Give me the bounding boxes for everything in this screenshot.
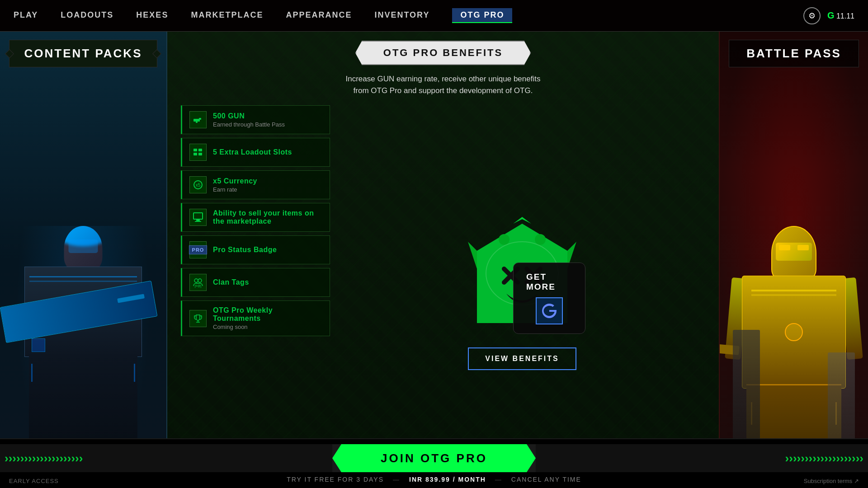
benefit-text-tournaments: OTG Pro Weekly Tournaments Coming soon [213,306,322,330]
torso-badge [32,338,45,352]
svg-rect-10 [196,219,200,221]
benefit-item-loadout[interactable]: 5 Extra Loadout Slots [181,138,330,167]
chevron-9: › [36,451,40,465]
svg-marker-18 [468,242,477,269]
join-otg-pro-button[interactable]: JOIN OTG PRO [332,444,536,472]
benefit-icon-marketplace [189,209,207,226]
svg-rect-9 [193,213,203,219]
chevron-19: › [75,451,79,465]
chevron-1: › [5,451,9,465]
svg-rect-1 [199,118,201,120]
view-benefits-button[interactable]: VIEW BENEFITS [468,347,576,370]
benefit-icon-pro-badge: PRO [189,241,207,258]
svg-rect-11 [195,221,201,222]
chevron-11: › [44,451,48,465]
chevron-r-8: › [812,451,816,465]
chevron-r-6: › [805,451,809,465]
get-more-g-icon [536,297,563,324]
svg-text:[#@]: [#@] [195,284,202,288]
nav-play[interactable]: PLAY [14,8,38,23]
chevron-r-10: › [821,451,825,465]
get-more-label: GET MORE [526,272,572,292]
nav-appearance[interactable]: APPEARANCE [286,8,352,23]
svg-rect-4 [193,153,197,155]
battle-pass-title: BATTLE PASS [746,47,841,60]
chevron-2: › [9,451,13,465]
chevron-15: › [59,451,63,465]
benefits-body: 500 GUN Earned through Battle Pass 5 Ext… [181,105,705,479]
bottom-info: TRY IT FREE FOR 3 DAYS — INR 839.99 / MO… [287,476,581,483]
torso-accent-2 [29,281,137,282]
chevrons-left: › › › › › › › › › › › › › › › › › › › › [0,444,332,472]
chevron-20: › [79,451,83,465]
chevron-r-12: › [828,451,832,465]
benefit-title-tournaments: OTG Pro Weekly Tournaments [213,306,322,323]
benefit-text-clan: Clan Tags [213,278,249,286]
chevron-r-3: › [793,451,797,465]
bp-chest-stripe-2 [751,294,836,296]
benefit-text-loadout: 5 Extra Loadout Slots [213,148,292,156]
chevron-5: › [20,451,24,465]
benefit-subtitle-tournaments: Coming soon [213,324,322,330]
top-navigation: PLAY LOADOUTS HEXES MARKETPLACE APPEARAN… [0,0,868,32]
chevron-r-7: › [809,451,813,465]
currency-amount: 11.11 [836,12,854,20]
benefit-icon-loadout [189,144,207,161]
early-access-label: EARLY ACCESS [9,478,59,484]
chevron-18: › [71,451,75,465]
svg-rect-0 [193,119,200,122]
chevrons-right: › › › › › › › › › › › › › › › › › › › › [536,444,868,472]
chevron-14: › [56,451,60,465]
benefit-item-clan[interactable]: [#@] Clan Tags [181,268,330,297]
nav-right: ⚙ G 11.11 [803,7,854,24]
chevron-r-4: › [797,451,801,465]
mascot-area: GET MORE VIEW BENEFITS [339,105,705,479]
benefit-item-marketplace[interactable]: Ability to sell your items on the market… [181,203,330,232]
nav-hexes[interactable]: HEXES [136,8,168,23]
chevron-r-1: › [785,451,789,465]
benefits-title-text: OTG PRO BENEFITS [383,47,503,58]
benefit-item-pro-badge[interactable]: PRO Pro Status Badge [181,235,330,264]
benefit-item-gun[interactable]: 500 GUN Earned through Battle Pass [181,105,330,134]
chevron-7: › [28,451,32,465]
chevron-16: › [63,451,67,465]
get-more-badge[interactable]: GET MORE [513,263,585,334]
nav-loadouts[interactable]: LOADOUTS [61,8,113,23]
price-text: INR 839.99 / MONTH [409,476,486,483]
benefit-text-gun: 500 GUN Earned through Battle Pass [213,112,285,128]
main-content: CONTENT PACKS [0,32,868,488]
chevron-r-16: › [844,451,848,465]
char-head [64,226,103,271]
benefit-title-marketplace: Ability to sell your items on the market… [213,209,322,225]
right-panel: BATTLE PASS [719,32,868,488]
chevron-r-20: › [859,451,863,465]
chevron-12: › [47,451,52,465]
leg-stripe-left [31,364,33,382]
benefit-item-currency[interactable]: x5 x5 Currency Earn rate [181,170,330,199]
content-packs-title-bar: CONTENT PACKS [9,40,157,67]
benefit-subtitle-gun: Earned through Battle Pass [213,121,285,128]
settings-icon[interactable]: ⚙ [803,7,821,24]
benefits-title-bar: OTG PRO BENEFITS [355,41,531,65]
benefit-title-currency: x5 Currency [213,177,257,185]
chevron-r-17: › [848,451,852,465]
nav-otg-pro[interactable]: OTG PRO [452,8,512,23]
chevron-r-2: › [789,451,793,465]
benefit-text-marketplace: Ability to sell your items on the market… [213,209,322,225]
chevron-8: › [32,451,36,465]
svg-rect-2 [196,122,198,123]
chevron-r-14: › [836,451,840,465]
benefit-icon-currency: x5 [189,176,207,193]
nav-inventory[interactable]: INVENTORY [374,8,429,23]
chevron-r-15: › [840,451,844,465]
chevron-r-11: › [824,451,828,465]
chevron-r-18: › [852,451,856,465]
benefits-subtitle: Increase GUN earning rate, receive other… [181,73,705,96]
subscription-terms-link[interactable]: Subscription terms ↗ [804,478,859,484]
benefit-item-tournaments[interactable]: OTG Pro Weekly Tournaments Coming soon [181,300,330,336]
chevron-r-9: › [816,451,821,465]
svg-marker-20 [513,217,531,224]
battle-pass-character [720,59,868,488]
chevron-r-13: › [832,451,836,465]
nav-marketplace[interactable]: MARKETPLACE [191,8,263,23]
